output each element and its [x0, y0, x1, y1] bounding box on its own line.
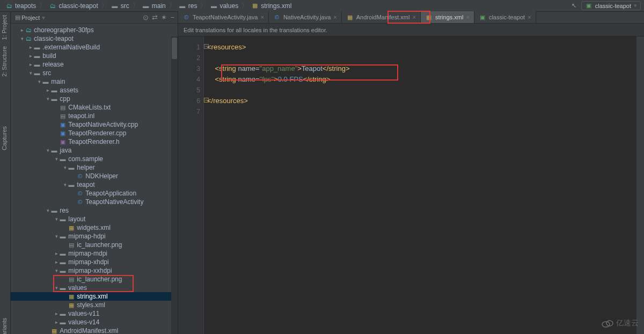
tree-main[interactable]: ▾▬ main	[11, 77, 178, 86]
expand-icon[interactable]: ⇄	[152, 13, 158, 21]
tree-item[interactable]: ▸▬ values-v11	[11, 309, 178, 318]
tree-choreographer[interactable]: ▸🗂 choreographer-30fps	[11, 26, 178, 34]
project-panel: ▤ Project ▾ ⊙ ⇄ ✶ − ▸🗂 choreographer-30f…	[11, 12, 178, 334]
tree-item[interactable]: ▦ widgets.xml	[11, 223, 178, 232]
gradle-icon: ▣	[479, 14, 486, 20]
chevron-down-icon: ▾	[634, 2, 637, 9]
svg-point-0	[602, 322, 610, 327]
tree-strings-selected[interactable]: ▦ strings.xml	[11, 292, 178, 301]
folder-icon: ▬	[179, 3, 186, 9]
tree-item[interactable]: ▾▬ layout	[11, 215, 178, 223]
rail-build-variants[interactable]: Build Variants	[0, 315, 9, 334]
folder-icon: 🗂	[49, 3, 56, 9]
tree-classic[interactable]: ▾🗂 classic-teapot	[11, 34, 178, 43]
tree-values[interactable]: ▾▬ values	[11, 284, 178, 292]
tree-item[interactable]: © TeapotApplication	[11, 189, 178, 198]
tree-item[interactable]: ▣ TeapotRenderer.cpp	[11, 129, 178, 137]
rail-project[interactable]: 1: Project	[0, 12, 9, 43]
tree-item[interactable]: ▾▬ mipmap-hdpi	[11, 232, 178, 241]
tree-item[interactable]: ▸▬ release	[11, 60, 178, 69]
bc-strings[interactable]: ▦strings.xml	[249, 2, 294, 10]
tree-item[interactable]: ▸▬ mipmap-xhdpi	[11, 258, 178, 266]
editor-area: ©TeapotNativeActivity.java× ©NativeActiv…	[178, 12, 644, 334]
close-icon[interactable]: ×	[412, 14, 415, 20]
tree-java[interactable]: ▾▬ java	[11, 146, 178, 155]
project-icon: ▤	[14, 14, 21, 21]
search-icon[interactable]: ↖	[570, 3, 578, 9]
bc-main[interactable]: ▬main	[140, 2, 168, 10]
folder-icon: ▬	[210, 3, 217, 9]
tree-item[interactable]: ▤ ic_launcher.png	[11, 241, 178, 249]
close-icon[interactable]: ×	[528, 14, 531, 20]
tree-item[interactable]: ▸▬ values-v14	[11, 318, 178, 326]
tab-strings[interactable]: ▦strings.xml×	[421, 11, 474, 23]
close-icon[interactable]: ×	[260, 14, 264, 20]
editor-scrollbar[interactable]	[636, 37, 644, 334]
tab-na[interactable]: ©NativeActivity.java×	[269, 11, 342, 23]
folder-icon: ▬	[142, 3, 150, 9]
tree-item[interactable]: ▾▬ teapot	[11, 180, 178, 189]
java-icon: ©	[182, 14, 190, 20]
panel-header: ▤ Project ▾ ⊙ ⇄ ✶ −	[11, 12, 178, 24]
tree-item[interactable]: ▸▬ .externalNativeBuild	[11, 43, 178, 52]
tree-item[interactable]: ▤ teapot.inl	[11, 112, 178, 120]
project-tree[interactable]: ▸🗂 choreographer-30fps ▾🗂 classic-teapot…	[11, 24, 178, 334]
bc-values[interactable]: ▬values	[208, 2, 240, 10]
hide-icon[interactable]: −	[170, 13, 174, 21]
java-icon: ©	[273, 14, 281, 20]
xml-icon: ▦	[251, 3, 259, 9]
tab-ct[interactable]: ▣classic-teapot×	[474, 11, 536, 23]
collapse-icon[interactable]: ⊙	[143, 13, 149, 21]
panel-tools: ⊙ ⇄ ✶ −	[143, 13, 174, 21]
tree-item[interactable]: ▦ styles.xml	[11, 301, 178, 309]
tree-item[interactable]: ▾▬ helper	[11, 163, 178, 172]
tree-item[interactable]: ▤ CMakeLists.txt	[11, 103, 178, 112]
folder-icon: 🗂	[5, 3, 13, 9]
bc-teapots[interactable]: 🗂teapots	[3, 2, 38, 10]
rail-structure[interactable]: 2: Structure	[0, 43, 9, 80]
bc-src[interactable]: ▬src	[109, 2, 131, 10]
tree-item[interactable]: ▤ ic_launcher.png	[11, 275, 178, 284]
tool-window-rail: 1: Project 2: Structure Captures Build V…	[0, 12, 11, 334]
android-icon: ▣	[585, 3, 592, 9]
translation-info-bar[interactable]: Edit translations for all locales in the…	[178, 24, 644, 37]
tree-item[interactable]: ▣ TeapotRenderer.h	[11, 137, 178, 146]
panel-title: Project	[21, 14, 40, 21]
tree-cpp[interactable]: ▾▬ cpp	[11, 95, 178, 103]
breadcrumb-bar: 🗂teapots〉 🗂classic-teapot〉 ▬src〉 ▬main〉 …	[0, 0, 644, 12]
tree-item[interactable]: ▣ TeapotNativeActivity.cpp	[11, 120, 178, 129]
gear-icon[interactable]: ✶	[161, 13, 167, 21]
bc-res[interactable]: ▬res	[177, 2, 200, 10]
tree-item[interactable]: © TeapotNativeActivity	[11, 198, 178, 206]
code-editor[interactable]: <resources> <string name="app_name">Teap…	[204, 37, 636, 334]
run-config-selector[interactable]: ▣ classic-teapot ▾	[581, 1, 641, 10]
folder-icon: ▬	[111, 3, 119, 9]
close-icon[interactable]: ×	[466, 14, 469, 20]
tree-item[interactable]: ▸▬ build	[11, 52, 178, 60]
tree-item[interactable]: ▸▬ assets	[11, 86, 178, 95]
rail-captures[interactable]: Captures	[0, 123, 9, 154]
editor-body[interactable]: 1 2 3 4 5 6 7 − − <resources> <string na…	[178, 37, 644, 334]
tree-item[interactable]: ▾▬ mipmap-xxhdpi	[11, 266, 178, 275]
watermark: 亿速云	[601, 316, 639, 331]
tree-scrollbar[interactable]	[171, 37, 178, 334]
line-gutter: 1 2 3 4 5 6 7	[178, 37, 204, 334]
tab-tna[interactable]: ©TeapotNativeActivity.java×	[178, 11, 269, 23]
tree-item[interactable]: ▦ AndroidManifest.xml	[11, 326, 178, 334]
editor-tabbar: ©TeapotNativeActivity.java× ©NativeActiv…	[178, 12, 644, 24]
tab-am[interactable]: ▦AndroidManifest.xml×	[342, 11, 421, 23]
tree-src[interactable]: ▾▬ src	[11, 69, 178, 77]
xml-icon: ▦	[346, 14, 354, 20]
close-icon[interactable]: ×	[333, 14, 336, 20]
bc-classic[interactable]: 🗂classic-teapot	[47, 2, 100, 10]
chevron-down-icon[interactable]: ▾	[42, 14, 45, 21]
tree-item[interactable]: ▾▬ com.sample	[11, 155, 178, 163]
xml-icon: ▦	[425, 14, 433, 20]
tree-item[interactable]: ▸▬ mipmap-mdpi	[11, 249, 178, 258]
tree-item[interactable]: © NDKHelper	[11, 172, 178, 180]
tree-res[interactable]: ▾▬ res	[11, 206, 178, 215]
